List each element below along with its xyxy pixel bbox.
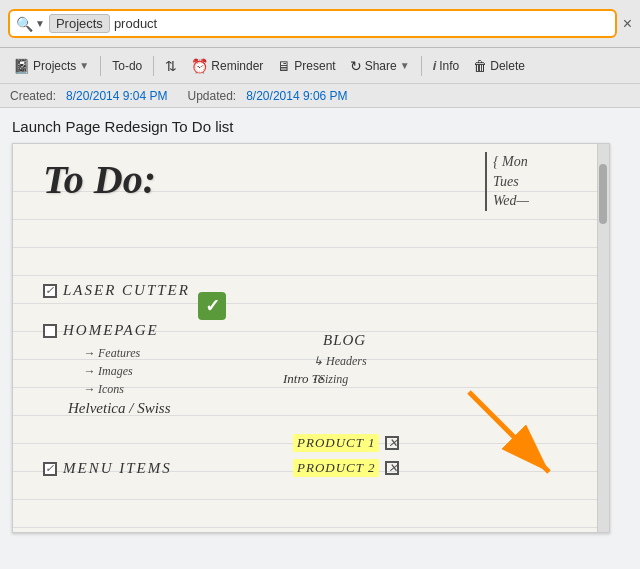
- sort-button[interactable]: ⇅: [160, 56, 182, 76]
- todo-item-homepage: HOMEPAGE: [43, 322, 159, 339]
- main-content: Launch Page Redesign To Do list To Do: {…: [0, 108, 640, 569]
- note-title: Launch Page Redesign To Do list: [12, 118, 628, 135]
- checkbox-homepage: [43, 324, 57, 338]
- checkbox-laser: [43, 284, 57, 298]
- share-icon: ↻: [350, 58, 362, 74]
- info-label: Info: [439, 59, 459, 73]
- scroll-bar[interactable]: [597, 144, 609, 532]
- updated-value: 8/20/2014 9:06 PM: [246, 89, 347, 103]
- sketch-header: To Do:: [43, 156, 156, 203]
- present-label: Present: [294, 59, 335, 73]
- menu-label: MENU ITEMS: [63, 460, 172, 477]
- sort-icon: ⇅: [165, 58, 177, 74]
- updated-label: Updated:: [187, 89, 236, 103]
- day-mon: { Mon: [493, 152, 529, 172]
- toolbar-separator-1: [100, 56, 101, 76]
- orange-arrow: [449, 382, 579, 502]
- product-1-checkbox: [385, 436, 399, 450]
- toolbar-separator-3: [421, 56, 422, 76]
- delete-button[interactable]: 🗑 Delete: [468, 56, 530, 76]
- delete-label: Delete: [490, 59, 525, 73]
- info-icon: i: [433, 58, 437, 73]
- search-icon: 🔍: [16, 16, 33, 32]
- sub-item-icons: → Icons: [83, 382, 124, 397]
- search-dropdown-arrow[interactable]: ▼: [35, 18, 45, 29]
- projects-label: Projects: [33, 59, 76, 73]
- delete-icon: 🗑: [473, 58, 487, 74]
- product-2-label: PRODUCT 2: [293, 459, 379, 477]
- projects-button[interactable]: 📓 Projects ▼: [8, 56, 94, 76]
- homepage-label: HOMEPAGE: [63, 322, 159, 339]
- blog-sub-headers: ↳ Headers: [313, 354, 367, 369]
- created-value: 8/20/2014 9:04 PM: [66, 89, 167, 103]
- reminder-button[interactable]: ⏰ Reminder: [186, 56, 268, 76]
- search-bar: 🔍 ▼ Projects ×: [0, 0, 640, 48]
- present-button[interactable]: 🖥 Present: [272, 56, 340, 76]
- info-button[interactable]: i Info: [428, 56, 465, 75]
- search-input[interactable]: [114, 16, 609, 31]
- blog-label: BLOG: [323, 332, 366, 349]
- intro-text: Intro Te: [283, 371, 324, 387]
- product-1-label: PRODUCT 1: [293, 434, 379, 452]
- product-2-item: PRODUCT 2: [293, 459, 399, 477]
- helvetica-text: Helvetica / Swiss: [68, 400, 170, 417]
- svg-line-1: [469, 392, 549, 472]
- laser-label: LASER CUTTER: [63, 282, 190, 299]
- todo-button[interactable]: To-do: [107, 57, 147, 75]
- share-label: Share: [365, 59, 397, 73]
- sub-item-features: → Features: [83, 346, 140, 361]
- reminder-label: Reminder: [211, 59, 263, 73]
- sketch-content: To Do: { Mon Tues Wed— LASER CUTTER ✓ HO…: [13, 144, 609, 532]
- days-block: { Mon Tues Wed—: [485, 152, 529, 211]
- search-close-button[interactable]: ×: [623, 15, 632, 33]
- search-icon-area: 🔍 ▼: [16, 16, 45, 32]
- green-check: ✓: [198, 292, 226, 320]
- projects-dropdown-arrow: ▼: [79, 60, 89, 71]
- meta-bar: Created: 8/20/2014 9:04 PM Updated: 8/20…: [0, 84, 640, 108]
- note-sketch-container: To Do: { Mon Tues Wed— LASER CUTTER ✓ HO…: [12, 143, 610, 533]
- toolbar-separator-2: [153, 56, 154, 76]
- product-1-item: PRODUCT 1: [293, 434, 399, 452]
- notebook-icon: 📓: [13, 58, 30, 74]
- search-tag[interactable]: Projects: [49, 14, 110, 33]
- scroll-thumb[interactable]: [599, 164, 607, 224]
- present-icon: 🖥: [277, 58, 291, 74]
- todo-label: To-do: [112, 59, 142, 73]
- created-label: Created:: [10, 89, 56, 103]
- checkbox-menu: [43, 462, 57, 476]
- day-wed: Wed—: [493, 191, 529, 211]
- share-button[interactable]: ↻ Share ▼: [345, 56, 415, 76]
- todo-item-laser: LASER CUTTER: [43, 282, 190, 299]
- share-dropdown-arrow: ▼: [400, 60, 410, 71]
- reminder-icon: ⏰: [191, 58, 208, 74]
- toolbar: 📓 Projects ▼ To-do ⇅ ⏰ Reminder 🖥 Presen…: [0, 48, 640, 84]
- day-tues: Tues: [493, 172, 529, 192]
- sub-item-images: → Images: [83, 364, 133, 379]
- todo-item-menu: MENU ITEMS: [43, 460, 172, 477]
- product-2-checkbox: [385, 461, 399, 475]
- search-input-container[interactable]: 🔍 ▼ Projects: [8, 9, 617, 38]
